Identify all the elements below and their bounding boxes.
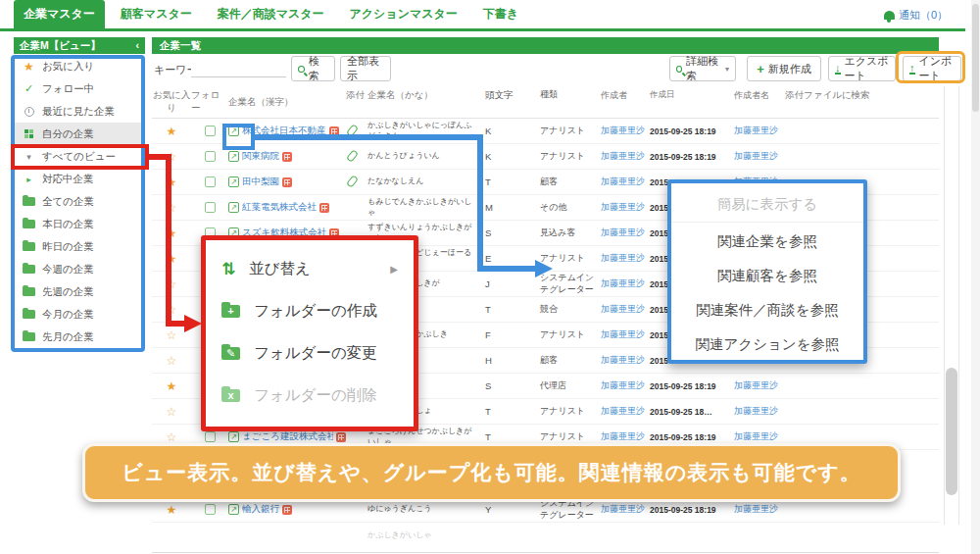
sidebar-item[interactable]: 先月の企業 (14, 326, 145, 348)
menu-item-edit-folder[interactable]: ✎ フォルダーの変更 (206, 332, 414, 375)
company-link[interactable]: まごころ建設株式会社 (242, 430, 333, 443)
creator-link[interactable]: 加藤亜里沙 (601, 176, 645, 186)
menu-item-create-folder[interactable]: + フォルダーの作成 (206, 290, 414, 332)
sidebar-item[interactable]: ▸対応中企業 (14, 168, 145, 190)
creator-link[interactable]: 加藤亜里沙 (601, 278, 645, 288)
creator-cell: 加藤亜里沙 (601, 252, 650, 265)
creator-link[interactable]: 加藤亜里沙 (601, 406, 645, 416)
sidebar-item[interactable]: 今月の企業 (14, 303, 145, 326)
star-icon[interactable]: ☆ (167, 201, 177, 215)
creator-cell: 加藤亜里沙 (601, 328, 650, 341)
creator-link[interactable]: 加藤亜里沙 (601, 151, 645, 161)
sidebar-item[interactable]: 全ての企業 (14, 190, 145, 213)
creator-link[interactable]: 加藤亜里沙 (601, 304, 645, 314)
company-link[interactable]: 田中梨園 (242, 176, 279, 188)
nav-tab[interactable]: 企業マスター (14, 0, 105, 28)
star-icon[interactable]: ☆ (167, 277, 177, 291)
creator-name-link[interactable]: 加藤亜里沙 (734, 431, 778, 441)
table-scrollbar-thumb[interactable] (946, 368, 957, 495)
creator-link[interactable]: 加藤亜里沙 (601, 504, 645, 514)
star-icon[interactable]: ☆ (167, 328, 177, 342)
creator-link[interactable]: 加藤亜里沙 (601, 355, 645, 365)
follow-checkbox[interactable] (205, 431, 216, 442)
company-kana-cell: たなかなしえん (368, 176, 479, 187)
company-building-icon (282, 505, 292, 515)
star-icon[interactable]: ★ (167, 503, 177, 517)
sidebar-item[interactable]: 今週の企業 (14, 258, 145, 280)
nav-tab[interactable]: アクションマスター (340, 0, 467, 28)
creator-link[interactable]: 加藤亜里沙 (601, 329, 645, 339)
creator-link[interactable]: 加藤亜里沙 (601, 380, 645, 390)
type-cell: アナリスト (540, 406, 601, 418)
star-icon[interactable]: ★ (167, 176, 177, 189)
search-button[interactable]: 検索 (291, 56, 335, 81)
notification-area[interactable]: 通知（0） (884, 8, 948, 23)
keyword-input[interactable] (191, 58, 286, 77)
open-record-icon[interactable]: ↗ (228, 176, 239, 187)
show-all-button[interactable]: 全部表示 (340, 56, 391, 81)
company-link[interactable]: 株式会社日本不動産 (242, 125, 326, 137)
star-icon[interactable]: ★ (167, 379, 177, 393)
sidebar-item[interactable]: ▾すべてのビュー (14, 145, 145, 168)
company-link[interactable]: 関東病院 (242, 150, 279, 163)
advanced-search-button[interactable]: 詳細検索 ▾ (669, 56, 736, 81)
export-button[interactable]: ↓ エクスポート (828, 56, 896, 81)
star-icon[interactable]: ★ (167, 252, 177, 266)
open-record-icon[interactable]: ↗ (228, 151, 239, 162)
company-kana-cell: もみじでんきかぶしきがいしゃ (368, 197, 479, 219)
open-record-icon[interactable]: ↗ (228, 202, 239, 213)
sidebar-item[interactable]: 本日の企業 (14, 213, 145, 235)
follow-checkbox[interactable] (205, 126, 216, 136)
sidebar-item[interactable]: ✓フォロー中 (14, 77, 145, 100)
star-icon[interactable]: ☆ (167, 354, 177, 368)
sidebar-item[interactable]: 昨日の企業 (14, 235, 145, 258)
sidebar-item[interactable]: ★お気に入り (14, 55, 145, 77)
type-cell: 代理店 (540, 380, 601, 392)
follow-checkbox[interactable] (205, 202, 216, 213)
company-link[interactable]: 輸入銀行 (242, 503, 279, 516)
creator-name-link[interactable]: 加藤亜里沙 (734, 126, 778, 135)
sidebar-item[interactable]: 自分の企業 (14, 123, 145, 145)
follow-checkbox[interactable] (205, 176, 216, 187)
follow-checkbox[interactable] (205, 504, 216, 515)
menu-item-related-customers[interactable]: 関連顧客を参照 (671, 259, 863, 293)
sidebar-item[interactable]: 最近に見た企業 (14, 100, 145, 123)
company-link[interactable]: 紅葉電気株式会社 (242, 201, 317, 214)
creator-name-link[interactable]: 加藤亜里沙 (734, 151, 778, 161)
creator-link[interactable]: 加藤亜里沙 (601, 253, 645, 263)
caret-down-icon: ▾ (23, 152, 35, 162)
open-record-icon[interactable]: ↗ (228, 504, 239, 515)
sidebar-item-label: 全ての企業 (42, 195, 94, 209)
open-record-icon[interactable]: ↗ (228, 126, 239, 136)
creator-name-link[interactable]: 加藤亜里沙 (734, 380, 778, 390)
create-button[interactable]: + 新規作成 (747, 56, 821, 81)
menu-item-related-actions[interactable]: 関連アクションを参照 (671, 327, 863, 362)
star-icon[interactable]: ★ (167, 125, 177, 138)
page-scrollbar-thumb[interactable] (972, 4, 979, 112)
sidebar-item[interactable]: 先週の企業 (14, 280, 145, 303)
creator-link[interactable]: 加藤亜里沙 (601, 126, 645, 135)
open-record-icon[interactable]: ↗ (228, 431, 239, 442)
star-icon[interactable]: ★ (167, 227, 177, 240)
creator-link[interactable]: 加藤亜里沙 (601, 202, 645, 212)
star-icon[interactable]: ☆ (167, 303, 177, 317)
creator-link[interactable]: 加藤亜里沙 (601, 431, 645, 441)
creator-name-link[interactable]: 加藤亜里沙 (734, 406, 778, 416)
menu-item-related-deals[interactable]: 関連案件／商談を参照 (671, 293, 863, 327)
follow-checkbox[interactable] (205, 151, 216, 162)
notification-link[interactable]: 通知（0） (899, 8, 948, 23)
sidebar-item-label: 昨日の企業 (42, 240, 94, 254)
nav-tab[interactable]: 案件／商談マスター (208, 0, 334, 28)
sidebar-collapse-icon[interactable]: ‹ (136, 37, 140, 54)
creator-link[interactable]: 加藤亜里沙 (601, 227, 645, 237)
star-icon[interactable]: ☆ (167, 150, 177, 164)
import-button[interactable]: ↑ インポート (903, 56, 961, 81)
nav-tab[interactable]: 顧客マスター (111, 0, 202, 28)
menu-item-related-companies[interactable]: 関連企業を参照 (671, 225, 863, 259)
star-icon[interactable]: ☆ (167, 405, 177, 419)
nav-tab[interactable]: 下書き (473, 0, 528, 28)
menu-item-sort[interactable]: ⇅ 並び替え ▶ (206, 248, 414, 290)
created-date-cell: 2015-09-25 18:19 (650, 126, 734, 136)
creator-name-link[interactable]: 加藤亜里沙 (734, 504, 778, 514)
star-icon[interactable]: ☆ (167, 430, 177, 444)
